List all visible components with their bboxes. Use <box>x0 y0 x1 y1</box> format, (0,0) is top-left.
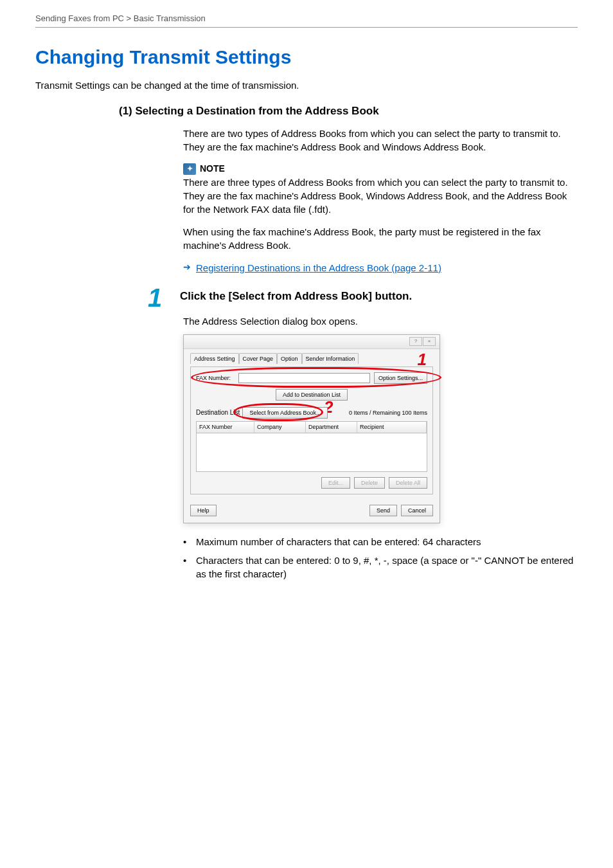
destination-list[interactable] <box>196 433 427 472</box>
remaining-items-text: 0 Items / Remaining 100 Items <box>349 409 427 417</box>
delete-button[interactable]: Delete <box>354 477 385 489</box>
bullet-list: Maximum number of characters that can be… <box>183 535 578 581</box>
bullet-item: Characters that can be entered: 0 to 9, … <box>183 554 578 581</box>
edit-button[interactable]: Edit... <box>321 477 350 489</box>
tab-cover-page[interactable]: Cover Page <box>239 353 278 365</box>
arrow-icon: ➔ <box>183 261 191 274</box>
intro-text: Transmit Settings can be changed at the … <box>35 78 578 92</box>
help-button[interactable]: Help <box>190 505 217 516</box>
col-department[interactable]: Department <box>306 422 357 433</box>
destination-list-label: Destination List <box>196 408 240 417</box>
note-box: ✦ NOTE There are three types of Address … <box>183 163 578 216</box>
cross-ref-link[interactable]: Registering Destinations in the Address … <box>196 261 441 275</box>
option-settings-button[interactable]: Option Settings... <box>374 372 427 384</box>
tab-option[interactable]: Option <box>277 353 302 365</box>
select-from-address-book-button[interactable]: Select from Address Book... <box>242 407 328 419</box>
tab-address-setting[interactable]: Address Setting <box>190 353 239 365</box>
note-body: There are three types of Address Books f… <box>183 176 578 216</box>
add-destination-button[interactable]: Add to Destination List <box>276 389 348 401</box>
close-window-button[interactable]: × <box>423 337 436 346</box>
tab-sender-info[interactable]: Sender Information <box>302 353 359 365</box>
paragraph-1: There are two types of Address Books fro… <box>183 127 578 154</box>
bullet-item: Maximum number of characters that can be… <box>183 535 578 548</box>
section-heading: (1) Selecting a Destination from the Add… <box>119 104 578 119</box>
note-label: NOTE <box>200 163 225 176</box>
step-title: Click the [Select from Address Book] but… <box>180 289 412 304</box>
dialog-screenshot: 1 2 ? × Address Setting Cover Page Optio… <box>183 334 440 523</box>
send-button[interactable]: Send <box>369 505 397 516</box>
step-number: 1 <box>148 285 180 311</box>
list-header: FAX Number Company Department Recipient <box>196 421 427 433</box>
page-title: Changing Transmit Settings <box>35 44 578 71</box>
col-fax-number[interactable]: FAX Number <box>197 422 254 433</box>
col-company[interactable]: Company <box>254 422 306 433</box>
help-window-button[interactable]: ? <box>409 337 422 346</box>
paragraph-2: When using the fax machine's Address Boo… <box>183 225 578 252</box>
col-recipient[interactable]: Recipient <box>357 422 427 433</box>
cancel-button[interactable]: Cancel <box>401 505 433 516</box>
breadcrumb: Sending Faxes from PC > Basic Transmissi… <box>35 13 578 28</box>
note-icon: ✦ <box>183 163 196 175</box>
fax-number-input[interactable] <box>238 373 370 383</box>
step-body: The Address Selection dialog box opens. <box>183 314 578 328</box>
fax-number-label: FAX Number: <box>196 374 235 383</box>
delete-all-button[interactable]: Delete All <box>389 477 427 489</box>
dialog-tabs: Address Setting Cover Page Option Sender… <box>190 353 433 365</box>
